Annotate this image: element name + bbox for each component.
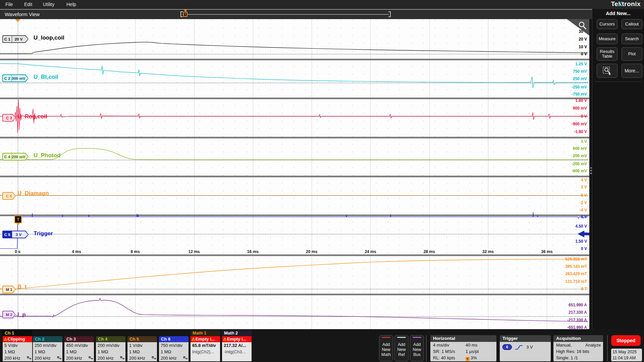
horizontal-span: 40 ms <box>466 342 477 348</box>
plot-area[interactable]: 30 V20 V10 V0 VU_loop,coilC 120 V1.25 V7… <box>0 19 589 329</box>
warning-icon: ⚠ <box>192 337 195 342</box>
more-button[interactable]: More... <box>622 64 642 78</box>
minimap-trigger-flag-icon[interactable]: T <box>183 10 188 18</box>
scale-label: -217.330 A <box>547 318 587 322</box>
scale-label: 750 mV <box>547 69 587 74</box>
card-title: Ch 5 <box>127 336 157 342</box>
acquisition-title: Acquisition <box>553 335 603 342</box>
run-stop-status-button[interactable]: Stopped <box>611 335 641 346</box>
channel-badge-m2[interactable]: M 2 <box>2 311 16 318</box>
scale-label: 30 V <box>547 29 587 34</box>
scale-label: 0 V <box>547 52 587 56</box>
measure-button[interactable]: Measure <box>597 34 618 44</box>
trace-m1 <box>0 259 588 289</box>
channel-badge-c6[interactable]: C 63 V <box>2 231 29 238</box>
channel-badge-c4[interactable]: C 4200 mV <box>2 153 29 161</box>
zoom-selection-icon <box>602 65 612 75</box>
search-button[interactable]: Search <box>622 34 642 44</box>
add-new-ref-button[interactable]: AddNewRef <box>394 335 409 361</box>
cursors-button[interactable]: Cursors <box>597 19 618 29</box>
minimap-left-bracket[interactable] <box>180 11 183 17</box>
scale-label: 0 T <box>547 287 587 291</box>
scale-label: 20 V <box>547 37 587 42</box>
scale-label: -2 V <box>547 200 587 205</box>
card-warning: ⚠Empty i... <box>222 336 252 342</box>
logo-text: Te <box>611 0 618 7</box>
callout-button[interactable]: Callout <box>622 19 642 29</box>
bandwidth-icon: Bw <box>120 356 124 360</box>
card-title: Math 2 <box>222 330 252 336</box>
card-row: 1 MΩ <box>33 349 62 355</box>
rising-edge-icon <box>515 344 523 350</box>
waveform-traces <box>0 19 589 329</box>
channel-badge-c2[interactable]: C 2300 mV <box>2 74 29 82</box>
channel-name-label: U_Diamagn <box>17 190 49 197</box>
minimap-right-bracket[interactable] <box>388 11 391 17</box>
channel-badge-c3[interactable]: C 3 <box>2 114 16 122</box>
bottom-separator <box>607 335 608 361</box>
trigger-t-icon: T <box>183 12 187 17</box>
card-row: 217.32 A/... <box>222 342 252 349</box>
scale-label: 1 V <box>547 139 587 144</box>
channel-badge-c1[interactable]: C 120 V <box>2 35 29 43</box>
scale-label: 2 V <box>547 185 587 189</box>
zoom-mode-button[interactable] <box>597 64 618 78</box>
channel-badge-m1[interactable]: M 1 <box>2 286 16 293</box>
card-row: 1 MΩ <box>159 349 189 355</box>
card-row: 1 MΩ <box>127 349 157 355</box>
card-row: Intg(Ch2)... <box>191 349 220 355</box>
trigger-panel[interactable]: Trigger 6 3 V <box>500 335 551 361</box>
scale-label: 10 V <box>547 45 587 49</box>
channel-name-label: I_p <box>17 311 26 318</box>
acq-mode: Manual, <box>556 343 572 348</box>
card-row: 200 kHzBw <box>127 355 157 361</box>
card-row: 250 mV/div <box>33 342 62 349</box>
time-axis-label: 32 ms <box>476 249 500 254</box>
acq-single: Single: 1 /1 <box>556 355 578 360</box>
right-panel: Add New... CursorsCalloutMeasureSearchRe… <box>592 9 644 329</box>
button-stripe <box>382 337 390 338</box>
menu-help[interactable]: Help <box>66 0 76 9</box>
trigger-top-marker-icon[interactable] <box>15 19 20 22</box>
menu-edit[interactable]: Edit <box>24 0 32 9</box>
trace-c6 <box>0 212 588 249</box>
time-axis-label: 20 ms <box>300 249 323 254</box>
channel-badge-c5[interactable]: C 5 <box>2 192 16 200</box>
scale-label: 4.50 V <box>547 224 587 229</box>
add-new-bus-button[interactable]: AddNewBus <box>410 335 424 361</box>
scale-label: -4 V <box>547 208 587 213</box>
bottom-bar: Ch 1⚠Clipping5 V/div1 MΩ200 kHzBwCh 2250… <box>0 329 644 362</box>
add-new-math-button[interactable]: AddNewMath <box>379 335 393 361</box>
trace-c4 <box>0 148 588 160</box>
date-text: 15 May 2025 <box>612 349 642 355</box>
scale-label: 1.50 V <box>547 239 587 244</box>
card-row: 65.8 mT/div <box>191 342 220 349</box>
trigger-level-arrow-icon[interactable] <box>576 230 589 238</box>
card-row: 1 MΩ <box>96 349 125 355</box>
horizontal-title: Horizontal <box>430 335 496 342</box>
oscilloscope-app: File Edit Utility Help Tektronix Wavefor… <box>0 0 644 362</box>
tektronix-logo: Tektronix <box>611 0 641 8</box>
plot-button[interactable]: Plot <box>622 47 642 61</box>
acq-analyze: Analyze <box>585 342 601 348</box>
bandwidth-icon: Bw <box>89 356 93 360</box>
card-row: 5 V/div <box>3 342 32 349</box>
card-row: -Intg(Ch3... <box>222 349 252 355</box>
card-row: 200 kHzBw <box>159 355 189 361</box>
zero-reference-line <box>0 234 588 234</box>
datetime-display: 15 May 2025 11:04:19 AM <box>611 349 642 361</box>
results-table-button[interactable]: Results Table <box>597 47 618 61</box>
acquisition-panel[interactable]: Acquisition Manual,Analyze High Res: 16 … <box>553 335 603 361</box>
scale-label: 651.990 A <box>547 303 587 307</box>
trigger-t-badge-icon[interactable]: T <box>14 216 22 223</box>
card-row: 200 kHzBw <box>64 355 94 361</box>
menu-file[interactable]: File <box>5 0 13 9</box>
record-minimap[interactable]: T <box>180 11 391 18</box>
waveform-view-tab[interactable]: Waveform View T <box>0 9 592 19</box>
horizontal-panel[interactable]: Horizontal 4 ms/div40 ms SR: 1 MS/s1 µs/… <box>430 335 496 361</box>
time-axis-label: 12 ms <box>182 249 206 254</box>
trigger-title: Trigger <box>500 335 551 342</box>
zero-reference-line <box>0 116 588 117</box>
bottom-separator <box>426 335 427 361</box>
menu-utility[interactable]: Utility <box>43 0 54 9</box>
